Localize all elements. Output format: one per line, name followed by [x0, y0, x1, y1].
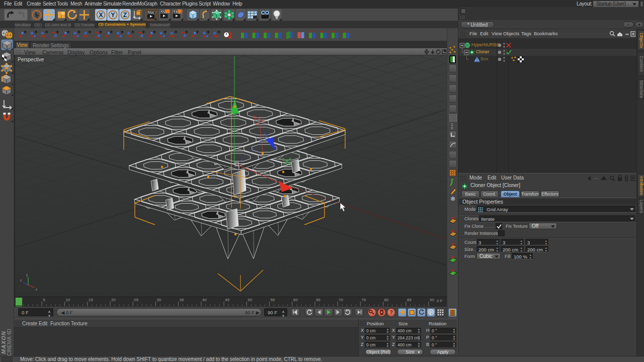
svg-text:?: ?	[389, 310, 392, 315]
svg-text:30: 30	[156, 298, 161, 302]
svg-text:5: 5	[43, 298, 45, 302]
svg-text:z: z	[20, 279, 22, 282]
svg-text:10: 10	[65, 298, 70, 302]
svg-text:15: 15	[89, 298, 93, 302]
svg-text:y: y	[26, 273, 28, 277]
svg-text:25: 25	[134, 298, 138, 302]
svg-text:75: 75	[361, 298, 366, 302]
svg-text:65: 65	[316, 298, 320, 302]
svg-text:70: 70	[339, 298, 343, 302]
svg-text:80: 80	[384, 298, 389, 302]
svg-text:P: P	[429, 310, 432, 315]
svg-text:90: 90	[430, 298, 434, 302]
svg-text:55: 55	[270, 298, 275, 302]
svg-text:0 F: 0 F	[437, 299, 443, 303]
svg-text:x: x	[36, 288, 38, 291]
svg-text:Z: Z	[123, 12, 127, 19]
svg-text:X: X	[99, 12, 103, 19]
svg-text:50: 50	[248, 298, 252, 302]
svg-text:35: 35	[180, 298, 184, 302]
svg-text:Y: Y	[111, 12, 115, 19]
svg-text:20: 20	[111, 298, 116, 302]
svg-text:85: 85	[407, 298, 412, 302]
svg-text:45: 45	[225, 298, 229, 302]
svg-text:60: 60	[293, 298, 298, 302]
svg-text:40: 40	[202, 298, 207, 302]
